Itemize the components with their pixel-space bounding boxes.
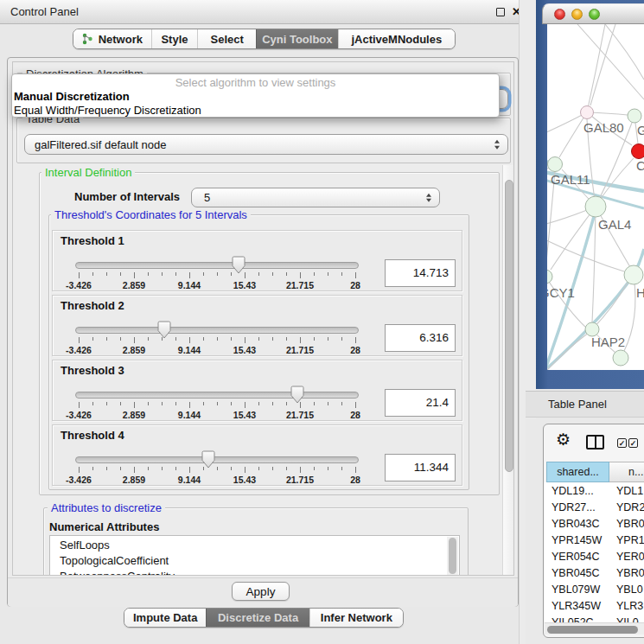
- table-row[interactable]: YBR043CYBR0: [545, 516, 644, 532]
- network-node[interactable]: [632, 144, 644, 159]
- threshold-slider-track[interactable]: [75, 456, 359, 463]
- threshold-label: Threshold 3: [61, 364, 124, 377]
- tab-discretize-data[interactable]: Discretize Data: [206, 609, 309, 627]
- threshold-value-field[interactable]: 14.713: [385, 259, 456, 287]
- column-header-name[interactable]: n...: [609, 462, 644, 482]
- node-label: C: [636, 158, 644, 173]
- numerical-attributes-list[interactable]: SelfLoopsTopologicalCoefficientBetweenne…: [49, 535, 460, 576]
- tab-impute-data[interactable]: Impute Data: [124, 609, 206, 627]
- table-row[interactable]: YLR345WYLR3: [545, 598, 644, 615]
- apply-button[interactable]: Apply: [232, 582, 290, 601]
- threshold-slider-thumb[interactable]: [290, 386, 304, 404]
- node-label: GCY1: [547, 285, 575, 300]
- tab-cyni-toolbox[interactable]: Cyni Toolbox: [256, 29, 338, 48]
- checkbox-icon[interactable]: ✓: [617, 438, 627, 448]
- control-panel-tabs: NetworkStyleSelectCyni ToolboxjActiveMNo…: [73, 29, 456, 49]
- table-row[interactable]: YDR27...YDR2: [545, 500, 644, 516]
- table-row[interactable]: YER054CYER0: [545, 549, 644, 565]
- table-panel-titlebar: Table Panel: [526, 391, 644, 418]
- table-row[interactable]: YPR145WYPR1: [545, 532, 644, 549]
- network-node[interactable]: [581, 106, 594, 119]
- threshold-slider-track[interactable]: [75, 327, 359, 334]
- threshold-label: Threshold 1: [61, 234, 124, 247]
- tab-network[interactable]: Network: [73, 29, 151, 48]
- tab-select[interactable]: Select: [197, 29, 256, 48]
- table-row[interactable]: YIL052CYIL0: [545, 615, 644, 622]
- threshold-slider-track[interactable]: [75, 392, 359, 399]
- network-node[interactable]: [613, 350, 628, 366]
- gear-icon[interactable]: ⚙: [556, 431, 571, 448]
- network-node[interactable]: [547, 270, 552, 284]
- table-row[interactable]: YDL19...YDL1: [545, 483, 644, 500]
- attributes-list-scrollbar[interactable]: [447, 537, 458, 576]
- network-edge[interactable]: [605, 24, 644, 80]
- table-panel-title: Table Panel: [548, 392, 607, 418]
- tab-style[interactable]: Style: [151, 29, 198, 48]
- algorithm-dropdown-popup: Select algorithm to view settingsManual …: [11, 73, 500, 118]
- network-edge[interactable]: [547, 277, 585, 327]
- column-split-icon[interactable]: [586, 435, 604, 450]
- threshold-box: Threshold 4-3.4262.8599.14415.4321.71528…: [52, 424, 462, 486]
- threshold-box: Threshold 2-3.4262.8599.14415.4321.71528…: [52, 295, 462, 356]
- tab-jactivemnodules[interactable]: jActiveMNodules: [338, 29, 455, 48]
- threshold-slider-thumb[interactable]: [232, 256, 245, 274]
- node-label: GAL4: [598, 217, 631, 232]
- network-canvas[interactable]: GAL80GACGAL11GAL4GCY1HHAP2: [547, 24, 644, 370]
- attribute-item[interactable]: SelfLoops: [50, 538, 459, 553]
- threshold-slider-thumb[interactable]: [201, 450, 215, 469]
- threshold-label: Threshold 4: [61, 429, 124, 442]
- numerical-attributes-label: Numerical Attributes: [49, 520, 159, 533]
- network-icon: [82, 33, 93, 45]
- node-label: GAL80: [583, 120, 624, 135]
- discretization-form: Discretization Algorithm Table Data galF…: [12, 61, 514, 576]
- table-panel: ⚙ ✓ ✓ shared... n... YDL19...YDL1YDR27..…: [543, 424, 644, 638]
- node-label: GA: [637, 123, 644, 137]
- node-label: HAP2: [591, 335, 625, 349]
- screen: Control Panel ✕ NetworkStyleSelectCyni T…: [0, 0, 644, 644]
- node-label: GAL11: [551, 172, 590, 187]
- network-window-titlebar: [542, 3, 644, 24]
- tab-infer-network[interactable]: Infer Network: [309, 609, 403, 627]
- network-edge[interactable]: [577, 24, 644, 99]
- minimize-traffic-light[interactable]: [571, 9, 583, 20]
- network-node[interactable]: [628, 109, 641, 123]
- control-panel-titlebar: Control Panel ✕: [0, 0, 525, 24]
- table-rows: YDL19...YDL1YDR27...YDR2YBR043CYBR0YPR14…: [545, 482, 644, 622]
- float-window-icon[interactable]: [496, 8, 505, 16]
- attributes-group-title: Attributes to discretize: [48, 502, 165, 513]
- algorithm-option[interactable]: Select algorithm to view settings: [12, 76, 499, 90]
- algorithm-option[interactable]: Manual Discretization: [12, 90, 499, 104]
- network-node[interactable]: [585, 196, 606, 217]
- table-row[interactable]: YBR045CYBR0: [545, 565, 644, 582]
- cyni-mode-tabs: Impute DataDiscretize DataInfer Network: [124, 608, 404, 628]
- threshold-value-field[interactable]: 11.344: [385, 454, 456, 481]
- checkbox-icon[interactable]: ✓: [628, 438, 638, 448]
- window-title: Control Panel: [10, 0, 79, 24]
- close-traffic-light[interactable]: [554, 9, 565, 20]
- threshold-value-field[interactable]: 21.4: [385, 389, 456, 417]
- main-scrollbar[interactable]: [502, 165, 514, 576]
- settings-scroll-area: Interval Definition Number of Intervals …: [15, 165, 501, 576]
- attribute-item[interactable]: TopologicalCoefficient: [50, 553, 459, 569]
- network-edge[interactable]: [596, 123, 632, 207]
- network-node[interactable]: [624, 265, 643, 284]
- threshold-value-field[interactable]: 6.316: [385, 324, 456, 352]
- table-panel-body: ⚙ ✓ ✓ shared... n... YDL19...YDL1YDR27..…: [526, 418, 644, 644]
- table-data-group: Table Data galFiltered.sif default node: [16, 118, 511, 163]
- column-header-shared[interactable]: shared...: [546, 462, 609, 482]
- zoom-traffic-light[interactable]: [589, 9, 600, 20]
- thresholds-group-title: Threshold's Coordinates for 5 Intervals: [51, 209, 251, 220]
- number-of-intervals-spinner[interactable]: 5: [191, 188, 440, 207]
- number-of-intervals-label: Number of Intervals: [74, 190, 180, 203]
- threshold-box: Threshold 3-3.4262.8599.14415.4321.71528…: [52, 360, 462, 421]
- network-edge[interactable]: [547, 112, 587, 137]
- node-label: H: [636, 285, 644, 300]
- threshold-slider-thumb[interactable]: [157, 321, 171, 339]
- attribute-item[interactable]: BetweennessCentrality: [50, 569, 459, 576]
- algorithm-option[interactable]: Equal Width/Frequency Discretization: [12, 104, 499, 118]
- table-data-combo[interactable]: galFiltered.sif default node: [24, 134, 508, 155]
- table-row[interactable]: YBL079WYBL0: [545, 582, 644, 598]
- network-node[interactable]: [548, 157, 563, 172]
- threshold-slider-track[interactable]: [75, 262, 359, 269]
- table-horizontal-scrollbar[interactable]: [545, 622, 644, 634]
